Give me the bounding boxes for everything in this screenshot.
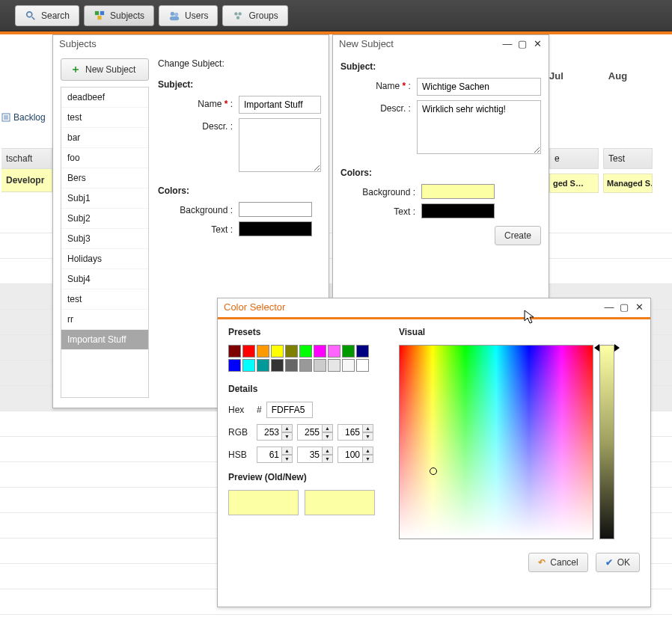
new-subject-button[interactable]: ＋ New Subject: [61, 58, 149, 81]
close-icon[interactable]: ✕: [532, 38, 543, 49]
preset-swatch[interactable]: [342, 345, 355, 358]
hsb-s-spinner[interactable]: ▲▼: [297, 447, 333, 463]
list-item[interactable]: Important Stuff: [61, 330, 148, 350]
cs-maximize-icon[interactable]: ▢: [619, 301, 629, 313]
cs-close-icon[interactable]: ✕: [634, 301, 644, 313]
hsb-b-spinner[interactable]: ▲▼: [337, 447, 373, 463]
list-item[interactable]: bar: [61, 128, 148, 148]
preview-old-color: [228, 490, 299, 515]
background-color-swatch[interactable]: [239, 202, 312, 217]
preset-swatch[interactable]: [356, 345, 369, 358]
ns-bg-label: Background :: [340, 184, 415, 197]
rgb-g-spinner[interactable]: ▲▼: [297, 424, 333, 441]
name-label: Name * :: [158, 96, 233, 109]
list-item[interactable]: Subj2: [61, 209, 148, 229]
ok-button[interactable]: ✔ OK: [596, 553, 640, 572]
colors-section-heading: Colors:: [158, 185, 321, 196]
rgb-b-spinner[interactable]: ▲▼: [337, 424, 373, 441]
plus-icon: ＋: [70, 63, 81, 76]
preset-swatch[interactable]: [328, 345, 340, 358]
preset-swatch[interactable]: [257, 359, 269, 372]
hsb-h-spinner[interactable]: ▲▼: [257, 447, 293, 463]
rgb-r-down-icon[interactable]: ▼: [282, 432, 293, 441]
svg-point-10: [236, 16, 239, 19]
list-item[interactable]: test: [61, 289, 148, 310]
preset-swatch[interactable]: [328, 359, 340, 372]
svg-rect-4: [97, 16, 101, 19]
ns-subject-heading: Subject:: [340, 61, 541, 72]
subjects-list[interactable]: deadbeeftestbarfooBersSubj1Subj2Subj3Hol…: [61, 87, 149, 398]
hsb-s-up-icon[interactable]: ▲: [323, 447, 333, 455]
list-item[interactable]: Bers: [61, 168, 148, 188]
list-item[interactable]: test: [61, 108, 148, 128]
rgb-r-spinner[interactable]: ▲▼: [257, 424, 293, 441]
hex-input[interactable]: [266, 402, 313, 418]
cs-title: Color Selector: [224, 301, 285, 313]
rgb-r-up-icon[interactable]: ▲: [282, 424, 293, 432]
list-item[interactable]: foo: [61, 148, 148, 168]
hsb-h-up-icon[interactable]: ▲: [282, 447, 293, 455]
svg-rect-2: [95, 10, 99, 14]
preset-swatch[interactable]: [285, 345, 298, 358]
ns-text-swatch[interactable]: [421, 203, 495, 218]
list-item[interactable]: deadbeef: [61, 88, 148, 108]
preset-swatch[interactable]: [285, 359, 298, 372]
tab-users[interactable]: Users: [159, 5, 218, 26]
hsb-h-down-icon[interactable]: ▼: [282, 455, 293, 463]
tab-groups[interactable]: Groups: [222, 5, 287, 26]
preset-swatch[interactable]: [271, 345, 284, 358]
ns-name-input[interactable]: [417, 78, 541, 96]
preset-swatch[interactable]: [242, 345, 255, 358]
tab-subjects[interactable]: Subjects: [84, 5, 154, 26]
tab-label: Search: [41, 10, 70, 21]
hsb-b-up-icon[interactable]: ▲: [363, 447, 373, 455]
visual-heading: Visual: [399, 327, 640, 337]
text-color-swatch[interactable]: [239, 221, 312, 236]
top-toolbar: Search Subjects Users Groups: [0, 0, 672, 31]
hue-indicator-right-icon: [614, 344, 620, 352]
new-subject-label: New Subject: [85, 64, 135, 75]
minimize-icon[interactable]: —: [502, 38, 513, 49]
cancel-button[interactable]: ↶ Cancel: [528, 553, 587, 572]
tab-search[interactable]: Search: [15, 5, 79, 26]
rgb-g-down-icon[interactable]: ▼: [323, 432, 333, 441]
sv-cursor-icon[interactable]: [430, 467, 437, 475]
saturation-value-picker[interactable]: [399, 345, 593, 539]
list-item[interactable]: Subj4: [61, 269, 148, 289]
hex-label: Hex: [228, 405, 252, 415]
rgb-b-down-icon[interactable]: ▼: [363, 432, 373, 441]
create-button[interactable]: Create: [495, 226, 541, 245]
preset-swatch[interactable]: [271, 359, 284, 372]
new-subject-title: New Subject: [339, 38, 394, 49]
rgb-g-up-icon[interactable]: ▲: [323, 424, 333, 432]
cs-minimize-icon[interactable]: —: [604, 301, 614, 313]
preset-swatch[interactable]: [257, 345, 269, 358]
subject-descr-input[interactable]: [239, 118, 321, 172]
preset-swatch[interactable]: [242, 359, 255, 372]
hsb-s-down-icon[interactable]: ▼: [323, 455, 333, 463]
list-item[interactable]: rr: [61, 310, 148, 330]
ns-bg-swatch[interactable]: [421, 184, 495, 199]
details-heading: Details: [228, 384, 385, 394]
ns-descr-input[interactable]: Wirklich sehr wichtig!: [417, 100, 541, 154]
list-item[interactable]: Subj1: [61, 188, 148, 209]
list-item[interactable]: Subj3: [61, 229, 148, 249]
preset-swatch[interactable]: [356, 359, 369, 372]
brightness-slider[interactable]: [599, 345, 614, 539]
preset-swatch[interactable]: [228, 359, 241, 372]
preset-swatch[interactable]: [342, 359, 355, 372]
ok-label: OK: [617, 557, 630, 568]
preset-swatch[interactable]: [314, 359, 326, 372]
maximize-icon[interactable]: ▢: [517, 38, 528, 49]
list-item[interactable]: Holidays: [61, 249, 148, 269]
preset-swatch[interactable]: [314, 345, 326, 358]
hsb-b-down-icon[interactable]: ▼: [363, 455, 373, 463]
preset-swatch[interactable]: [299, 359, 312, 372]
rgb-b-up-icon[interactable]: ▲: [363, 424, 373, 432]
subject-name-input[interactable]: [239, 96, 321, 114]
svg-point-9: [239, 12, 242, 15]
tab-label: Groups: [248, 10, 278, 21]
preset-swatch[interactable]: [299, 345, 312, 358]
preview-new-color: [305, 490, 375, 515]
preset-swatch[interactable]: [228, 345, 241, 358]
